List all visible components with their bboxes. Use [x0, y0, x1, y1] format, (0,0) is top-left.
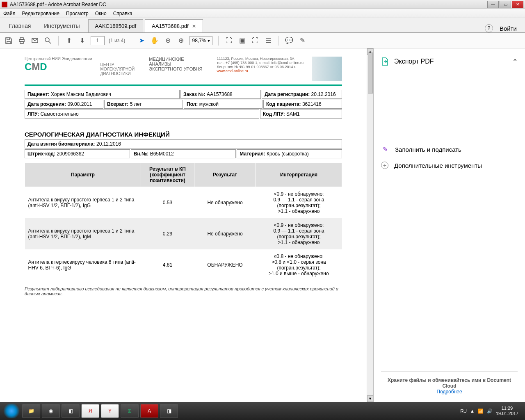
close-button[interactable]: ✕ — [512, 1, 523, 8]
letterhead-photo — [312, 57, 342, 81]
letterhead: Центральный НИИ Эпидемиологии CMD ЦЕНТР … — [25, 57, 342, 86]
cell-param: Антитела к вирусу простого герпеса 1 и 2… — [25, 218, 141, 249]
scroll-thumb[interactable] — [368, 52, 373, 94]
th-param: Параметр — [25, 163, 141, 187]
taskbar-app-icon[interactable]: ◧ — [62, 404, 80, 418]
vertical-scrollbar[interactable]: ▲ ▼ — [367, 48, 373, 402]
menu-window[interactable]: Окно — [95, 11, 107, 16]
org-tel: тел.: +7 (495) 788-000-1, e-mail: info@c… — [217, 61, 304, 65]
menu-edit[interactable]: Редактирование — [22, 11, 59, 16]
dob-cell: Дата рождения: 09.08.2011 — [25, 100, 103, 109]
start-button[interactable] — [2, 404, 21, 418]
taskbar-acrobat[interactable]: A — [140, 404, 158, 418]
menu-file[interactable]: Файл — [3, 11, 16, 16]
scroll-down-icon[interactable]: ▼ — [367, 395, 373, 402]
menu-help[interactable]: Справка — [113, 11, 132, 16]
side-footer: Храните файлы и обменивайтесь ими в Docu… — [381, 371, 518, 395]
svg-point-4 — [45, 38, 49, 42]
taskbar-explorer[interactable]: 📁 — [22, 404, 40, 418]
taskbar-yandex-browser[interactable]: Y — [101, 404, 119, 418]
page-count: (1 из 4) — [109, 38, 125, 43]
sign-icon[interactable]: ✎ — [298, 36, 307, 45]
zoom-in-icon[interactable]: ⊕ — [176, 36, 185, 45]
side-fill-label: Заполнить и подписать — [395, 146, 461, 153]
age-cell: Возраст: 5 лет — [104, 100, 183, 109]
comment-icon[interactable]: 💬 — [285, 36, 294, 45]
document-tab-1[interactable]: AA1573688.pdf ✕ — [145, 19, 203, 32]
sample-date-cell: Дата взятия биоматериала: 20.12.2016 — [25, 139, 342, 148]
footnote: Результат лабораторного исследования не … — [25, 286, 342, 296]
read-mode-icon[interactable]: ☰ — [264, 36, 273, 45]
document-tab-label: AAKC168509.pdf — [95, 23, 136, 29]
sex-cell: Пол: мужской — [184, 100, 262, 109]
hand-icon[interactable]: ✋ — [150, 36, 159, 45]
code-cell: Код пациента: 3621416 — [263, 100, 342, 109]
taskbar-chrome[interactable]: ◉ — [42, 404, 60, 418]
close-tab-icon[interactable]: ✕ — [192, 23, 196, 29]
taskbar-app-icon[interactable]: ◨ — [160, 404, 178, 418]
login-link[interactable]: Войти — [500, 25, 517, 32]
taskbar-yandex[interactable]: Я — [81, 404, 99, 418]
taskbar-excel[interactable]: ⊞ — [121, 404, 139, 418]
tray-clock[interactable]: 11:29 19.01.2017 — [496, 406, 518, 416]
cell-kp: 4.81 — [141, 249, 194, 281]
tab-tools[interactable]: Инструменты — [37, 19, 86, 32]
menu-view[interactable]: Просмотр — [66, 11, 89, 16]
tray-date: 19.01.2017 — [496, 411, 518, 416]
fit-width-icon[interactable]: ⛶ — [224, 36, 233, 45]
page-up-icon[interactable]: ⬆ — [64, 36, 73, 45]
tray-lang[interactable]: RU — [460, 409, 467, 413]
pointer-icon[interactable]: ➤ — [137, 36, 146, 45]
org-mid: ЭКСПЕРТНОГО УРОВНЯ — [149, 66, 202, 71]
table-row: Антитела к герпесвирусу человека 6 типа … — [25, 249, 342, 281]
org-sub: ДИАГНОСТИКИ — [100, 71, 135, 76]
side-export-pdf[interactable]: Экспорт PDF ⌃ — [381, 56, 518, 67]
window-title: AA1573688.pdf - Adobe Acrobat Reader DC — [10, 2, 106, 7]
cell-param: Антитела к герпесвирусу человека 6 типа … — [25, 249, 141, 281]
save-icon[interactable] — [4, 36, 13, 45]
print-icon[interactable] — [17, 36, 26, 45]
patient-info: Пациент: Хорев Максим Вадимович Заказ №:… — [25, 90, 342, 119]
org-url: www.cmd-online.ru — [217, 69, 248, 73]
cell-interp: ≤0.8 - не обнаружено; >0.8 и <1.0 - сера… — [256, 249, 342, 281]
system-tray[interactable]: RU ▲ 📶 🔊 11:29 19.01.2017 — [460, 406, 523, 416]
document-pane: Центральный НИИ Эпидемиологии CMD ЦЕНТР … — [0, 48, 373, 402]
help-icon[interactable]: ? — [485, 24, 493, 32]
fit-page-icon[interactable]: ▣ — [237, 36, 247, 45]
org-mid: МЕДИЦИНСКИЕ — [149, 57, 202, 62]
minimize-button[interactable]: — — [487, 1, 499, 8]
material-cell: Материал: Кровь (сыворотка) — [237, 149, 342, 158]
org-lic: Лицензия № ФС-99-01-008867 от 05.06.2014… — [217, 65, 304, 69]
cell-kp: 0.53 — [141, 187, 194, 219]
maximize-button[interactable]: ▭ — [500, 1, 511, 8]
table-row: Антитела к вирусу простого герпеса 1 и 2… — [25, 187, 342, 219]
cell-result: Не обнаружено — [194, 187, 256, 219]
tab-home[interactable]: Главная — [2, 19, 37, 32]
tray-flag-icon: ▲ — [470, 409, 475, 413]
document-tab-0[interactable]: AAKC168509.pdf — [88, 19, 143, 32]
side-panel: Экспорт PDF ⌃ ✎ Заполнить и подписать + … — [373, 48, 525, 402]
search-icon[interactable] — [43, 36, 52, 45]
page-down-icon[interactable]: ⬇ — [78, 36, 87, 45]
menu-bar: Файл Редактирование Просмотр Окно Справк… — [0, 9, 525, 18]
tray-sound-icon: 🔊 — [487, 409, 493, 414]
page-number-input[interactable] — [91, 36, 105, 45]
side-fill-sign[interactable]: ✎ Заполнить и подписать — [381, 141, 518, 158]
org-addr: 111123, Россия, Москва, Новогиреевская, … — [217, 57, 304, 61]
app-icon — [2, 2, 7, 7]
cell-result: Не обнаружено — [194, 218, 256, 249]
cmd-logo: CMD — [25, 61, 92, 73]
org-sub: ЦЕНТР — [100, 62, 135, 67]
chevron-up-icon: ⌃ — [512, 58, 518, 66]
export-pdf-icon — [381, 57, 388, 66]
table-row: Антитела к вирусу простого герпеса 1 и 2… — [25, 218, 342, 249]
mail-icon[interactable] — [30, 36, 39, 45]
org-top: Центральный НИИ Эпидемиологии — [25, 57, 92, 61]
order-cell: Заказ №: AA1573688 — [180, 90, 261, 99]
zoom-select[interactable]: 98,7% ▾ — [189, 36, 212, 45]
zoom-out-icon[interactable]: ⊖ — [163, 36, 172, 45]
vn-cell: Вн.№: B65M0012 — [131, 149, 236, 158]
fullscreen-icon[interactable]: ⛶ — [251, 36, 260, 45]
side-more-tools[interactable]: + Дополнительные инструменты — [381, 158, 518, 173]
side-foot-link[interactable]: Подробнее — [436, 389, 462, 395]
